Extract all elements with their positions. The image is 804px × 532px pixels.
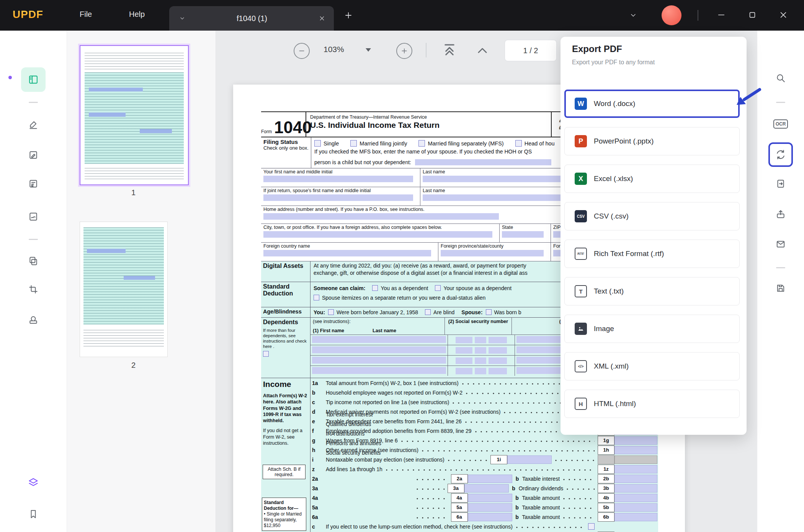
zoom-out-button[interactable] xyxy=(294,43,310,59)
someone-can-claim-label: Someone can claim: xyxy=(314,285,365,291)
ssn-field[interactable] xyxy=(489,337,507,343)
amount-field[interactable] xyxy=(507,455,552,464)
export-excel-option[interactable]: X Excel (.xlsx) xyxy=(564,165,740,193)
ssn-field[interactable] xyxy=(475,337,486,343)
menu-help[interactable]: Help xyxy=(129,10,145,19)
you-blind-checkbox[interactable] xyxy=(425,309,431,315)
amount-field[interactable] xyxy=(614,484,657,493)
amount-field[interactable] xyxy=(468,475,512,483)
foreign-country-field[interactable] xyxy=(263,250,431,256)
amount-field[interactable] xyxy=(614,494,657,502)
new-tab-button[interactable] xyxy=(344,11,353,20)
spouse-born-checkbox[interactable] xyxy=(486,309,492,315)
foreign-province-field[interactable] xyxy=(441,250,544,256)
spouse-itemizes-checkbox[interactable] xyxy=(314,295,319,300)
signature-tool-button[interactable] xyxy=(21,204,46,229)
maximize-button[interactable] xyxy=(748,11,757,19)
mfj-checkbox[interactable] xyxy=(350,140,357,147)
tab-close-icon[interactable] xyxy=(319,15,325,22)
ssn-field[interactable] xyxy=(475,347,486,354)
spouse-first-name-field[interactable] xyxy=(263,194,413,201)
ssn-field[interactable] xyxy=(475,368,486,374)
tab-chevron-down-icon[interactable] xyxy=(179,15,185,21)
document-tab[interactable]: f1040 (1) xyxy=(169,6,334,31)
export-csv-option[interactable]: CSV CSV (.csv) xyxy=(564,202,740,230)
export-image-option[interactable]: Image xyxy=(564,315,740,343)
amount-field[interactable] xyxy=(468,494,512,502)
first-page-button[interactable] xyxy=(441,41,458,60)
titlebar-chevron-down-icon[interactable] xyxy=(629,11,637,19)
page-indicator[interactable]: 1 / 2 xyxy=(505,40,557,61)
export-html-option[interactable]: H HTML (.html) xyxy=(564,390,740,418)
minimize-button[interactable] xyxy=(717,11,726,19)
first-name-field[interactable] xyxy=(263,176,413,182)
dependents-label: Dependents xyxy=(263,319,298,325)
attach-w2-note: Attach Form(s) W-2 here. Also attach For… xyxy=(263,393,308,424)
city-field[interactable] xyxy=(263,231,492,238)
menu-file[interactable]: File xyxy=(80,10,92,19)
mail-button[interactable] xyxy=(770,233,791,255)
you-born-checkbox[interactable] xyxy=(328,309,334,315)
hoh-checkbox[interactable] xyxy=(515,140,522,147)
pages-tool-button[interactable] xyxy=(21,249,46,273)
amount-field[interactable] xyxy=(614,436,657,445)
zoom-level[interactable]: 103% xyxy=(324,45,344,54)
spouse-dependent-checkbox[interactable] xyxy=(435,285,441,291)
ssn-field[interactable] xyxy=(489,368,507,374)
close-button[interactable] xyxy=(779,11,788,19)
more-dependents-checkbox[interactable] xyxy=(263,351,269,357)
ssn-field[interactable] xyxy=(456,347,472,354)
zoom-dropdown-icon[interactable] xyxy=(366,48,371,52)
dependent-name-field[interactable] xyxy=(312,346,446,353)
export-powerpoint-option[interactable]: P PowerPoint (.pptx) xyxy=(564,127,740,155)
mfs-checkbox[interactable] xyxy=(418,140,425,147)
you-dependent-checkbox[interactable] xyxy=(372,285,378,291)
save-button[interactable] xyxy=(770,277,791,299)
zoom-in-button[interactable] xyxy=(396,43,412,59)
amount-field[interactable] xyxy=(614,446,657,454)
ssn-field[interactable] xyxy=(475,357,486,364)
previous-page-button[interactable] xyxy=(475,43,490,60)
export-pdf-button[interactable] xyxy=(768,142,793,167)
layers-button[interactable] xyxy=(21,470,46,495)
spouse-name-field[interactable] xyxy=(415,159,551,165)
ssn-field[interactable] xyxy=(456,337,472,343)
thumbnail-view-button[interactable] xyxy=(21,67,46,92)
lump-sum-checkbox[interactable] xyxy=(588,523,595,530)
single-checkbox[interactable] xyxy=(314,140,321,147)
extract-page-button[interactable] xyxy=(770,173,791,194)
highlighter-tool-button[interactable] xyxy=(21,112,46,137)
share-button[interactable] xyxy=(770,204,791,225)
amount-field[interactable] xyxy=(614,503,657,512)
dependent-name-field[interactable] xyxy=(312,357,446,364)
export-rtf-option[interactable]: RTF Rich Text Format (.rtf) xyxy=(564,240,740,268)
ssn-field[interactable] xyxy=(489,357,507,364)
export-xml-option[interactable]: </> XML (.xml) xyxy=(564,352,740,380)
dependent-name-field[interactable] xyxy=(312,336,446,343)
avatar[interactable] xyxy=(662,5,681,25)
amount-field[interactable] xyxy=(614,475,657,483)
state-field[interactable] xyxy=(502,231,544,238)
amount-field[interactable] xyxy=(614,465,657,473)
rail-divider xyxy=(776,102,785,103)
edit-tool-button[interactable] xyxy=(21,143,46,167)
crop-tool-button[interactable] xyxy=(21,277,46,302)
amount-field[interactable] xyxy=(614,513,657,521)
search-button[interactable] xyxy=(770,67,791,89)
ssn-field[interactable] xyxy=(456,368,472,374)
amount-field[interactable] xyxy=(464,484,509,493)
dependent-name-field[interactable] xyxy=(312,367,446,374)
bookmark-button[interactable] xyxy=(21,502,46,526)
page-thumbnail-2[interactable] xyxy=(80,222,168,357)
page-thumbnail-1[interactable] xyxy=(80,45,189,185)
export-text-option[interactable]: T Text (.txt) xyxy=(564,277,740,305)
amount-field[interactable] xyxy=(468,503,512,512)
organize-pages-button[interactable] xyxy=(21,308,46,332)
ocr-button[interactable]: OCR xyxy=(770,113,791,135)
export-word-option[interactable]: W Word (.docx) xyxy=(564,90,740,118)
form-tool-button[interactable] xyxy=(21,171,46,196)
ssn-field[interactable] xyxy=(456,357,472,364)
ssn-field[interactable] xyxy=(489,347,507,354)
home-address-field[interactable] xyxy=(263,213,499,220)
amount-field[interactable] xyxy=(468,513,512,521)
